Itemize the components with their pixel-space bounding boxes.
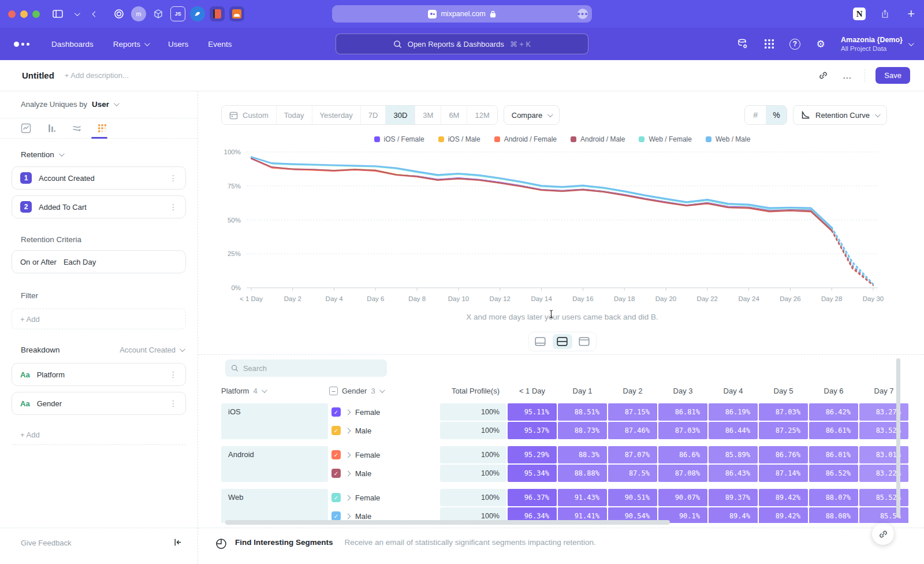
report-title[interactable]: Untitled [22,70,54,80]
new-tab-icon[interactable]: + [907,8,915,20]
expand-row-icon[interactable] [345,513,351,519]
segment-row-android-female[interactable]: ✓Female [329,446,439,463]
select-all-checkbox[interactable]: – [329,387,338,395]
nav-item-dashboards[interactable]: Dashboards [51,40,94,49]
segment-row-android-male[interactable]: ✓Male [329,465,439,482]
nav-item-users[interactable]: Users [168,40,188,49]
copy-link-icon[interactable] [816,69,830,83]
range-yesterday[interactable]: Yesterday [312,106,360,124]
settings-gear-icon[interactable]: ⚙ [814,38,827,50]
expand-row-icon[interactable] [345,409,351,415]
legend-item-android-female[interactable]: Android / Female [494,135,557,143]
data-management-icon[interactable] [736,38,749,50]
notebook-icon[interactable] [210,6,225,21]
horizontal-scrollbar[interactable] [225,520,670,525]
table-search[interactable] [225,359,387,377]
funnels-icon[interactable] [46,123,57,133]
cube-icon[interactable] [151,6,166,21]
retention-icon[interactable] [97,123,107,133]
site-options-icon[interactable]: ●●● [578,9,588,19]
minimize-window-button[interactable] [20,10,28,18]
give-feedback-link[interactable]: Give Feedback [21,539,71,547]
bird-icon[interactable] [190,6,205,21]
range-7d[interactable]: 7D [360,106,386,124]
kebab-menu-icon[interactable]: ⋮ [169,370,177,379]
breakdown-platform[interactable]: Aa Platform ⋮ [12,363,186,386]
mixpanel-logo[interactable] [14,42,29,47]
segment-row-web-female[interactable]: ✓Female [329,489,439,506]
more-menu-icon[interactable]: … [840,69,854,83]
retention-step-2[interactable]: 2 Added To Cart ⋮ [12,195,186,218]
retention-step-1[interactable]: 1 Account Created ⋮ [12,166,186,190]
legend-item-web-female[interactable]: Web / Female [639,135,691,143]
segment-row-ios-male[interactable]: ✓Male [329,422,439,439]
js-icon[interactable]: JS [170,6,185,21]
kebab-menu-icon[interactable]: ⋮ [169,174,177,182]
range-3m[interactable]: 3M [415,106,441,124]
tabs-chevron-icon[interactable] [69,6,84,21]
share-link-fab[interactable] [872,523,894,545]
nav-item-events[interactable]: Events [208,40,232,49]
global-search-button[interactable]: Open Reports & Dashboards ⌘ + K [336,34,588,54]
layout-chart-only-button[interactable] [531,334,550,349]
series-line-web-male[interactable] [832,227,873,284]
kebab-menu-icon[interactable]: ⋮ [169,203,177,211]
project-switcher[interactable]: Amazonia {Demo} All Project Data [841,36,912,52]
range-today[interactable]: Today [276,106,312,124]
kebab-menu-icon[interactable]: ⋮ [169,399,177,407]
absolute-mode-button[interactable]: # [745,106,766,124]
save-button[interactable]: Save [875,67,910,84]
legend-item-android-male[interactable]: Android / Male [571,135,625,143]
expand-row-icon[interactable] [345,452,351,458]
legend-item-web-male[interactable]: Web / Male [706,135,750,143]
legend-item-ios-male[interactable]: iOS / Male [438,135,480,143]
gender-column-header[interactable]: –Gender3 [329,387,439,395]
percent-mode-button[interactable]: % [766,106,787,124]
add-breakdown-button[interactable]: + Add [12,424,186,445]
series-line-web-male[interactable] [251,157,832,228]
collapse-sidebar-icon[interactable] [173,537,182,547]
apps-grid-icon[interactable] [763,38,776,50]
criteria-value[interactable]: Each Day [64,258,177,266]
segment-row-ios-female[interactable]: ✓Female [329,403,439,421]
breakdown-scope-dropdown[interactable]: Account Created [120,346,184,354]
series-checkbox[interactable]: ✓ [331,407,341,417]
compare-button[interactable]: Compare [504,105,560,125]
criteria-operator[interactable]: On or After [20,258,57,266]
close-window-button[interactable] [8,10,16,18]
flows-icon[interactable] [72,123,82,133]
series-checkbox[interactable]: ✓ [331,493,341,502]
soundcloud-icon[interactable] [229,6,244,21]
vertical-scrollbar[interactable] [896,358,900,518]
share-icon[interactable] [877,6,892,21]
analyze-value-dropdown[interactable]: User [92,100,109,109]
notion-icon[interactable]: N [853,8,866,20]
breakdown-gender[interactable]: Aa Gender ⋮ [12,392,186,415]
platform-column-header[interactable]: Platform4 [221,387,328,395]
find-segments-title[interactable]: Find Interesting Segments [235,538,333,547]
series-checkbox[interactable]: ✓ [331,450,341,459]
table-search-input[interactable] [243,364,381,373]
range-6m[interactable]: 6M [441,106,467,124]
layout-split-button[interactable] [553,334,572,349]
add-filter-button[interactable]: + Add [12,309,186,329]
chart-type-dropdown[interactable]: Retention Curve [793,105,887,125]
range-custom[interactable]: Custom [222,106,276,124]
nav-item-reports[interactable]: Reports [113,40,148,49]
insights-icon[interactable] [21,123,31,133]
legend-item-ios-female[interactable]: iOS / Female [374,135,424,143]
series-checkbox[interactable]: ✓ [331,469,341,478]
retention-criteria-card[interactable]: On or After Each Day [12,250,186,273]
range-12m[interactable]: 12M [467,106,497,124]
report-description-placeholder[interactable]: + Add description... [65,71,129,80]
back-icon[interactable] [87,6,102,21]
series-line-ios-female[interactable] [251,159,832,230]
series-checkbox[interactable]: ✓ [331,511,341,521]
sidebar-toggle-icon[interactable] [50,6,65,21]
series-line-web-female[interactable] [251,157,832,228]
expand-row-icon[interactable] [345,428,351,433]
series-checkbox[interactable]: ✓ [331,426,341,435]
zoom-window-button[interactable] [32,10,40,18]
target-icon[interactable] [111,6,126,21]
expand-row-icon[interactable] [345,495,351,500]
